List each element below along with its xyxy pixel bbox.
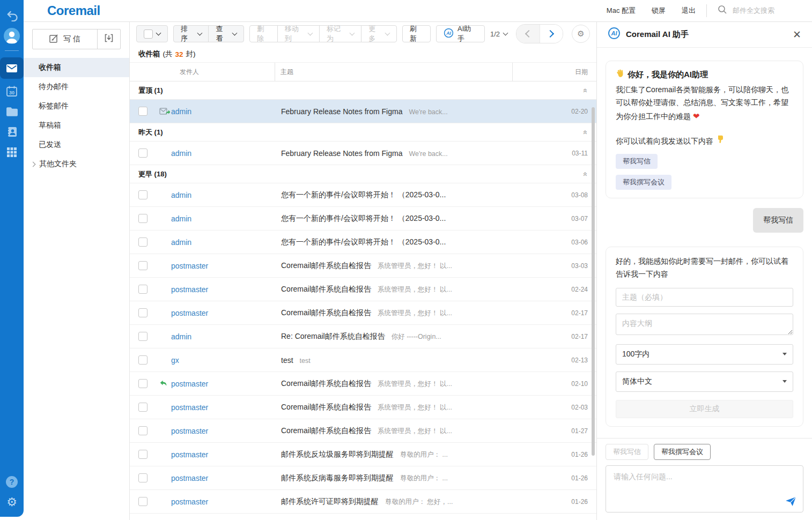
row-checkbox[interactable] <box>138 107 147 116</box>
row-checkbox[interactable] <box>138 379 147 388</box>
table-row[interactable]: postmaster邮件系统反垃圾服务即将到期提醒尊敬的用户： ...01-26 <box>130 443 596 466</box>
table-row[interactable]: postmasterCoremail邮件系统自检报告系统管理员，您好！ 以...… <box>130 514 596 520</box>
length-select[interactable]: 100字内 <box>616 344 793 365</box>
global-search[interactable]: 邮件全文搜索 <box>718 5 774 17</box>
table-row[interactable]: postmaster邮件系统反病毒服务即将到期提醒尊敬的用户： ...01-26 <box>130 466 596 490</box>
sender-link[interactable]: admin <box>171 191 281 199</box>
sender-link[interactable]: postmaster <box>171 427 281 435</box>
collapse-icon[interactable]: « <box>581 172 590 176</box>
row-checkbox[interactable] <box>138 148 147 158</box>
more-button[interactable]: 更多 <box>361 25 397 42</box>
sender-link[interactable]: admin <box>171 214 281 223</box>
table-row[interactable]: gxtesttest02-13 <box>130 348 596 372</box>
row-checkbox[interactable] <box>138 237 147 247</box>
prev-page-button[interactable] <box>516 25 540 43</box>
row-checkbox[interactable] <box>138 190 147 199</box>
folder-icon[interactable] <box>0 101 24 122</box>
sender-link[interactable]: postmaster <box>171 403 281 412</box>
refresh-button[interactable]: 刷新 <box>402 25 431 42</box>
scrollbar-thumb[interactable] <box>592 107 595 456</box>
list-settings-button[interactable]: ⚙ <box>572 25 590 43</box>
generate-button[interactable]: 立即生成 <box>616 400 793 418</box>
sender-link[interactable]: postmaster <box>171 262 281 270</box>
avatar[interactable] <box>0 26 24 46</box>
subject-field[interactable] <box>616 288 793 307</box>
compose-button[interactable]: 写 信 <box>33 29 98 49</box>
table-row[interactable]: adminFebruary Release Notes from FigmaWe… <box>130 142 596 165</box>
row-checkbox[interactable] <box>138 450 147 459</box>
row-checkbox[interactable] <box>138 497 147 506</box>
quick-action-button[interactable]: 帮我写信 <box>606 444 648 460</box>
sender-link[interactable]: postmaster <box>171 285 281 294</box>
collapse-icon[interactable]: « <box>581 130 590 135</box>
next-page-button[interactable] <box>540 25 563 43</box>
column-date[interactable]: 日期 <box>512 63 588 81</box>
sidebar-item-收件箱[interactable]: 收件箱 <box>24 58 129 77</box>
row-checkbox[interactable] <box>138 308 147 317</box>
table-row[interactable]: postmaster邮件系统许可证即将到期提醒尊敬的用户： 您好，...01-2… <box>130 490 596 514</box>
sender-link[interactable]: postmaster <box>171 309 281 317</box>
sender-link[interactable]: gx <box>171 356 281 365</box>
sender-link[interactable]: admin <box>171 149 281 158</box>
table-row[interactable]: postmasterCoremail邮件系统自检报告系统管理员，您好！ 以...… <box>130 301 596 325</box>
settings-icon[interactable]: ⚙ <box>0 492 24 512</box>
row-checkbox[interactable] <box>138 403 147 412</box>
row-checkbox[interactable] <box>138 261 147 270</box>
table-row[interactable]: postmasterCoremail邮件系统自检报告系统管理员，您好！ 以...… <box>130 419 596 443</box>
sender-link[interactable]: postmaster <box>171 474 281 482</box>
close-icon[interactable]: ✕ <box>793 29 801 40</box>
row-checkbox[interactable] <box>138 214 147 223</box>
table-row[interactable]: admin您有一个新的事件/会议即将开始！ （2025-03-0...03-08 <box>130 183 596 207</box>
send-icon[interactable] <box>785 496 796 507</box>
row-checkbox[interactable] <box>138 473 147 482</box>
sender-link[interactable]: postmaster <box>171 497 281 506</box>
table-row[interactable]: postmasterCoremail邮件系统自检报告系统管理员，您好！ 以...… <box>130 372 596 396</box>
mark-as-button[interactable]: 标记为 <box>319 25 361 42</box>
sender-link[interactable]: postmaster <box>171 450 281 459</box>
sender-link[interactable]: admin <box>171 332 281 341</box>
calendar-icon[interactable]: 30 <box>0 81 24 101</box>
undo-icon[interactable] <box>0 5 24 26</box>
sidebar-item-已发送[interactable]: 已发送 <box>24 135 129 154</box>
sender-link[interactable]: admin <box>171 107 281 116</box>
top-nav-link[interactable]: Mac 配置 <box>607 6 636 16</box>
apps-grid-icon[interactable] <box>0 142 24 162</box>
language-select[interactable]: 简体中文 <box>616 372 793 392</box>
sidebar-item-其他文件夹[interactable]: 其他文件夹 <box>24 154 129 174</box>
chat-input[interactable] <box>612 471 781 507</box>
select-all-checkbox[interactable] <box>144 29 153 39</box>
table-row[interactable]: adminRe: Coremail邮件系统自检报告你好 -----Origin.… <box>130 325 596 348</box>
sender-link[interactable]: admin <box>171 238 281 247</box>
view-button[interactable]: 查看 <box>208 25 243 42</box>
column-subject[interactable]: 主题 <box>275 63 512 81</box>
table-row[interactable]: admin您有一个新的事件/会议即将开始！ （2025-03-0...03-06 <box>130 231 596 254</box>
sidebar-item-标签邮件[interactable]: 标签邮件 <box>24 96 129 116</box>
ai-assistant-button[interactable]: AI AI助手 <box>436 25 485 42</box>
move-to-button[interactable]: 移动到 <box>277 25 320 42</box>
receive-mail-button[interactable] <box>98 29 120 49</box>
table-row[interactable]: adminFebruary Release Notes from FigmaWe… <box>130 100 596 123</box>
mail-icon[interactable] <box>0 57 24 79</box>
collapse-icon[interactable]: « <box>581 88 590 93</box>
page-selector[interactable]: 1/2 <box>490 30 507 38</box>
quick-action-button[interactable]: 帮我撰写会议 <box>654 444 711 460</box>
suggestion-chip[interactable]: 帮我撰写会议 <box>616 175 671 190</box>
top-nav-link[interactable]: 锁屏 <box>652 6 666 16</box>
table-row[interactable]: admin您有一个新的事件/会议即将开始！ （2025-03-0...03-07 <box>130 207 596 231</box>
delete-button[interactable]: 删除 <box>249 25 278 42</box>
sender-link[interactable]: postmaster <box>171 380 281 388</box>
row-checkbox[interactable] <box>138 355 147 365</box>
sidebar-item-待办邮件[interactable]: 待办邮件 <box>24 77 129 96</box>
outline-field[interactable] <box>616 314 793 335</box>
table-row[interactable]: postmasterCoremail邮件系统自检报告系统管理员，您好！ 以...… <box>130 254 596 278</box>
sidebar-item-草稿箱[interactable]: 草稿箱 <box>24 116 129 135</box>
suggestion-chip[interactable]: 帮我写信 <box>616 154 658 169</box>
column-sender[interactable]: 发件人 <box>170 68 280 77</box>
table-row[interactable]: postmasterCoremail邮件系统自检报告系统管理员，您好！ 以...… <box>130 278 596 301</box>
help-icon[interactable]: ? <box>0 472 24 492</box>
row-checkbox[interactable] <box>138 426 147 435</box>
select-all-button[interactable] <box>136 25 168 42</box>
sort-button[interactable]: 排序 <box>173 25 209 42</box>
contacts-icon[interactable] <box>0 122 24 142</box>
table-row[interactable]: postmasterCoremail邮件系统自检报告系统管理员，您好！ 以...… <box>130 396 596 419</box>
